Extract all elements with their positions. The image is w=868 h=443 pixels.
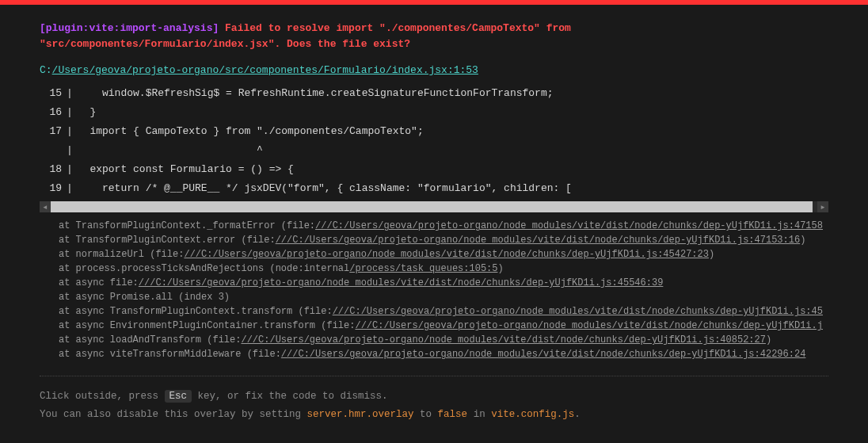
scroll-right-icon[interactable]: ►: [817, 201, 828, 212]
stack-frame: at async EnvironmentPluginContainer.tran…: [59, 319, 828, 333]
config-value: false: [438, 409, 468, 420]
stack-frame: at async file:///C:/Users/geova/projeto-…: [59, 276, 828, 290]
file-prefix: C:: [40, 64, 52, 76]
config-key: server.hmr.overlay: [307, 409, 414, 420]
file-location: C:/Users/geova/projeto-organo/src/compon…: [40, 64, 828, 76]
stack-link[interactable]: ///C:/Users/geova/projeto-organo/node_mo…: [184, 249, 709, 260]
stack-link[interactable]: ///C:/Users/geova/projeto-organo/node_mo…: [276, 235, 801, 246]
stack-frame: at process.processTicksAndRejections (no…: [59, 262, 828, 276]
error-content: [plugin:vite:import-analysis] Failed to …: [0, 5, 868, 443]
stack-trace: at TransformPluginContext._formatError (…: [40, 219, 828, 361]
code-line: 15| window.$RefreshSig$ = RefreshRuntime…: [40, 84, 828, 103]
stack-link[interactable]: ///C:/Users/geova/projeto-organo/node_mo…: [139, 277, 664, 288]
stack-frame: at TransformPluginContext.error (file://…: [59, 233, 828, 247]
stack-frame: at async Promise.all (index 3): [59, 290, 828, 304]
error-header: [plugin:vite:import-analysis] Failed to …: [40, 21, 828, 52]
scroll-left-icon[interactable]: ◄: [40, 201, 51, 212]
stack-link[interactable]: /process/task_queues:105:5: [349, 263, 497, 274]
error-message-1: Failed to resolve import "./componentes/…: [219, 22, 571, 34]
disable-hint: You can also disable this overlay by set…: [40, 406, 828, 424]
code-line: 19| return /* @__PURE__ */ jsxDEV("form"…: [40, 179, 828, 198]
stack-link[interactable]: ///C:/Users/geova/projeto-organo/node_mo…: [315, 220, 823, 231]
error-message-2: "src/componentes/Formulario/index.jsx". …: [40, 38, 410, 50]
esc-key: Esc: [165, 390, 192, 403]
stack-frame: at TransformPluginContext._formatError (…: [59, 219, 828, 233]
stack-link[interactable]: ///C:/Users/geova/projeto-organo/node_mo…: [281, 349, 806, 360]
horizontal-scrollbar[interactable]: ◄ ►: [40, 201, 828, 212]
dismiss-footer: Click outside, press Esc key, or fix the…: [40, 376, 828, 423]
code-line-pointer: | ^: [40, 141, 828, 160]
stack-link[interactable]: ///C:/Users/geova/projeto-organo/node_mo…: [241, 334, 766, 346]
code-line: 16| }: [40, 103, 828, 122]
stack-frame: at async loadAndTransform (file:///C:/Us…: [59, 333, 828, 347]
file-path-link[interactable]: /Users/geova/projeto-organo/src/componen…: [52, 64, 478, 76]
scrollbar-thumb[interactable]: [40, 201, 813, 212]
dismiss-hint: Click outside, press Esc key, or fix the…: [40, 388, 828, 406]
code-frame: 15| window.$RefreshSig$ = RefreshRuntime…: [40, 84, 828, 198]
vite-error-overlay: [plugin:vite:import-analysis] Failed to …: [0, 0, 868, 443]
plugin-tag: [plugin:vite:import-analysis]: [40, 22, 219, 34]
stack-frame: at async viteTransformMiddleware (file:/…: [59, 347, 828, 361]
config-file: vite.config.js: [491, 409, 574, 420]
stack-link[interactable]: ///C:/Users/geova/projeto-organo/node_mo…: [355, 320, 823, 331]
code-line: 18| export const Formulario = () => {: [40, 160, 828, 179]
code-line: 17| import { CampoTexto } from "./compon…: [40, 122, 828, 141]
stack-frame: at async TransformPluginContext.transfor…: [59, 304, 828, 319]
stack-link[interactable]: ///C:/Users/geova/projeto-organo/node_mo…: [333, 306, 823, 317]
stack-frame: at normalizeUrl (file:///C:/Users/geova/…: [59, 247, 828, 262]
